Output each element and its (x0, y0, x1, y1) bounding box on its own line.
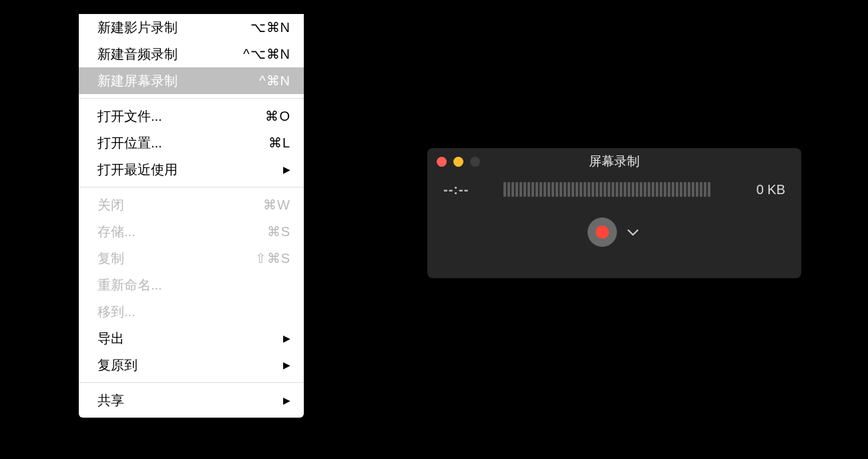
meter-tick (572, 182, 574, 197)
meter-tick (539, 182, 542, 197)
meter-tick (696, 182, 698, 197)
meter-tick (684, 182, 686, 197)
meter-tick (511, 182, 514, 197)
menu-item-shortcut: ⌥⌘N (244, 17, 290, 38)
meter-tick (688, 182, 690, 197)
meter-tick (652, 182, 654, 197)
window-title: 屏幕录制 (427, 153, 801, 170)
meter-tick (692, 182, 694, 197)
meter-tick (560, 182, 562, 197)
meter-tick (568, 182, 570, 197)
titlebar[interactable]: 屏幕录制 (427, 148, 801, 175)
status-row: --:-- 0 KB (427, 175, 801, 200)
menu-item-shortcut: ⇧⌘S (244, 248, 290, 269)
menu-revert-to[interactable]: 复原到 ▶ (79, 352, 304, 378)
meter-tick (616, 182, 618, 197)
menu-item-label: 复原到 (97, 354, 138, 376)
meter-tick (676, 182, 678, 197)
menu-item-label: 共享 (97, 390, 124, 411)
meter-tick (612, 182, 614, 197)
meter-tick (660, 182, 662, 197)
meter-tick (604, 182, 606, 197)
screen-recording-window: 屏幕录制 --:-- 0 KB (427, 148, 801, 278)
meter-tick (628, 182, 630, 197)
menu-separator (79, 382, 304, 383)
meter-tick (708, 182, 710, 197)
meter-tick (704, 182, 706, 197)
chevron-down-icon (628, 230, 638, 236)
record-button[interactable] (588, 217, 617, 247)
meter-tick (576, 182, 578, 197)
meter-tick (644, 182, 646, 197)
menu-separator (79, 187, 304, 187)
menu-item-label: 打开位置... (97, 132, 162, 153)
meter-tick (596, 182, 598, 197)
menu-item-shortcut: ⌘L (244, 132, 290, 153)
menu-rename: 重新命名... (79, 272, 304, 298)
meter-tick (640, 182, 642, 197)
submenu-arrow-icon: ▶ (283, 358, 290, 372)
menu-item-label: 移到... (97, 301, 136, 322)
meter-tick (552, 182, 554, 197)
meter-tick (592, 182, 594, 197)
meter-tick (664, 182, 666, 197)
menu-move-to: 移到... (79, 298, 304, 325)
meter-tick (584, 182, 586, 197)
meter-tick (564, 182, 566, 197)
menu-share[interactable]: 共享 ▶ (79, 387, 304, 414)
submenu-arrow-icon: ▶ (283, 162, 290, 177)
record-icon (596, 225, 609, 239)
meter-tick (535, 182, 538, 197)
meter-tick (519, 182, 522, 197)
meter-tick (523, 182, 526, 197)
menu-item-label: 打开文件... (97, 105, 162, 127)
menu-item-shortcut: ⌘W (244, 194, 290, 215)
menu-item-label: 存储... (97, 221, 136, 242)
meter-tick (544, 182, 546, 197)
menu-new-movie-recording[interactable]: 新建影片录制 ⌥⌘N (79, 14, 304, 41)
menu-open-file[interactable]: 打开文件... ⌘O (79, 103, 304, 129)
menu-item-label: 重新命名... (97, 274, 162, 296)
menu-item-label: 导出 (97, 328, 124, 349)
menu-open-recent[interactable]: 打开最近使用 ▶ (79, 156, 304, 183)
close-button[interactable] (437, 157, 447, 167)
meter-ticks (503, 182, 724, 197)
meter-tick (580, 182, 582, 197)
menu-save: 存储... ⌘S (79, 218, 304, 245)
meter-tick (531, 182, 534, 197)
traffic-lights (437, 157, 480, 167)
meter-tick (632, 182, 634, 197)
meter-tick (700, 182, 702, 197)
meter-tick (624, 182, 626, 197)
maximize-button[interactable] (470, 157, 480, 167)
meter-tick (680, 182, 682, 197)
file-menu: 新建影片录制 ⌥⌘N 新建音频录制 ^⌥⌘N 新建屏幕录制 ^⌘N 打开文件..… (79, 14, 304, 418)
menu-item-label: 新建音频录制 (97, 43, 178, 65)
menu-open-location[interactable]: 打开位置... ⌘L (79, 129, 304, 156)
menu-item-label: 复制 (97, 248, 124, 269)
menu-item-label: 新建影片录制 (97, 17, 178, 38)
filesize: 0 KB (737, 182, 785, 197)
menu-item-label: 关闭 (97, 194, 124, 215)
meter-tick (515, 182, 518, 197)
menu-export[interactable]: 导出 ▶ (79, 325, 304, 352)
options-dropdown[interactable] (625, 220, 641, 245)
meter-tick (636, 182, 638, 197)
minimize-button[interactable] (453, 157, 463, 167)
menu-close: 关闭 ⌘W (79, 191, 304, 218)
meter-tick (503, 182, 506, 197)
meter-tick (656, 182, 658, 197)
menu-separator (79, 98, 304, 99)
menu-item-shortcut: ⌘S (244, 221, 290, 242)
meter-tick (527, 182, 530, 197)
submenu-arrow-icon: ▶ (283, 393, 290, 408)
menu-new-audio-recording[interactable]: 新建音频录制 ^⌥⌘N (79, 41, 304, 67)
menu-item-shortcut: ^⌘N (244, 70, 290, 91)
meter-tick (620, 182, 622, 197)
meter-tick (556, 182, 558, 197)
audio-level-meter (503, 181, 724, 197)
menu-item-shortcut: ⌘O (244, 105, 290, 127)
meter-tick (548, 182, 550, 197)
submenu-arrow-icon: ▶ (283, 331, 290, 346)
menu-new-screen-recording[interactable]: 新建屏幕录制 ^⌘N (79, 67, 304, 94)
